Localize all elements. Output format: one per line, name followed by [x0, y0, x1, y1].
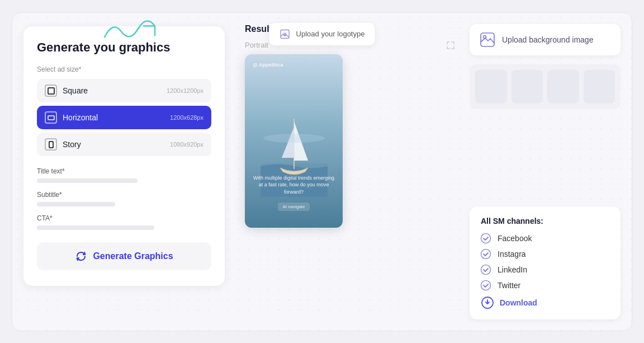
svg-point-12 — [481, 280, 491, 290]
svg-point-10 — [481, 249, 491, 259]
title-text-input[interactable] — [37, 178, 138, 183]
subtitle-field: Subtitle* — [37, 191, 211, 206]
title-text-field: Title text* — [37, 167, 211, 183]
grid-card-1 — [475, 70, 507, 104]
portrait-card: Portrait — [245, 41, 455, 319]
story-dims: 1080x920px — [170, 141, 203, 148]
size-option-horizontal[interactable]: Horizontal 1200x628px — [37, 106, 211, 129]
cta-label: CTA* — [37, 214, 211, 222]
check-icon-twitter — [481, 280, 491, 290]
sm-linkedin-label: LinkedIn — [498, 265, 527, 274]
title-text-label: Title text* — [37, 167, 211, 175]
preview-grid — [470, 64, 621, 109]
check-icon-facebook — [481, 233, 491, 243]
logo-upload-icon — [280, 29, 291, 40]
horizontal-dims: 1200x628px — [170, 114, 203, 121]
check-icon-instagram — [481, 249, 491, 259]
logo-upload-area[interactable]: Upload your logotype — [269, 23, 375, 45]
horizontal-label: Horizontal — [63, 113, 98, 122]
square-icon — [45, 84, 57, 97]
download-button[interactable]: Download — [481, 296, 537, 309]
square-label: Square — [63, 86, 88, 95]
overlay-cta-text: AI navigate — [278, 203, 309, 211]
portrait-label: Portrait — [245, 41, 268, 49]
portrait-preview: @ Appethica With multiple digital trends… — [245, 54, 343, 228]
portrait-image-inner: @ Appethica With multiple digital trends… — [245, 54, 343, 228]
svg-point-6 — [263, 134, 325, 143]
sm-channels-title: All SM channels: — [481, 217, 609, 225]
sm-twitter-label: Twitter — [498, 281, 520, 290]
sm-item-twitter: Twitter — [481, 280, 609, 290]
story-label: Story — [63, 140, 81, 149]
overlay-body-text: With multiple digital trends emerging at… — [252, 175, 336, 196]
check-icon-linkedin — [481, 265, 491, 275]
sm-facebook-label: Facebook — [498, 234, 532, 243]
sm-item-linkedin: LinkedIn — [481, 265, 609, 275]
grid-card-3 — [547, 70, 579, 104]
size-option-story[interactable]: Story 1080x920px — [37, 133, 211, 156]
svg-point-11 — [481, 265, 491, 274]
main-container: Upload your logotype Generate you graphi… — [12, 12, 632, 331]
right-panel: Upload background image All SM channels:… — [464, 13, 632, 331]
size-option-square[interactable]: Square 1200x1200px — [37, 79, 211, 102]
svg-rect-3 — [49, 142, 53, 148]
upload-bg-icon — [480, 32, 495, 48]
expand-icon[interactable] — [446, 41, 455, 50]
left-panel: Generate you graphics Select ad size* Sq… — [12, 13, 236, 331]
sm-channels-box: All SM channels: Facebook Instagra — [470, 206, 621, 319]
cta-input[interactable] — [37, 225, 154, 230]
grid-card-2 — [512, 70, 543, 104]
svg-rect-1 — [48, 88, 54, 94]
download-icon — [481, 296, 494, 309]
sm-instagram-label: Instagra — [498, 250, 526, 259]
horizontal-icon — [45, 111, 57, 124]
sm-item-facebook: Facebook — [481, 233, 609, 243]
overlay-brand-text: @ Appethica — [253, 62, 283, 68]
upload-bg-label: Upload background image — [502, 35, 593, 44]
download-label: Download — [500, 298, 537, 307]
subtitle-input[interactable] — [37, 202, 115, 206]
svg-point-9 — [481, 233, 491, 243]
square-dims: 1200x1200px — [167, 87, 203, 94]
refresh-icon — [75, 250, 87, 262]
sm-item-instagram: Instagra — [481, 249, 609, 259]
story-icon — [45, 138, 57, 151]
svg-rect-2 — [48, 116, 54, 120]
generate-graphics-button[interactable]: Generate Graphics — [37, 242, 211, 270]
form-card: Generate you graphics Select ad size* Sq… — [23, 26, 225, 286]
size-options-group: Square 1200x1200px Horizontal 1200x628px — [37, 79, 211, 156]
grid-card-4 — [584, 70, 615, 104]
subtitle-label: Subtitle* — [37, 191, 211, 199]
squiggle-decoration — [102, 16, 158, 50]
cta-field: CTA* — [37, 214, 211, 230]
upload-background-button[interactable]: Upload background image — [470, 24, 621, 55]
logo-upload-label: Upload your logotype — [296, 30, 365, 38]
generate-btn-label: Generate Graphics — [93, 251, 173, 261]
select-size-label: Select ad size* — [37, 65, 211, 73]
middle-panel: Results: Portrait — [236, 13, 464, 331]
